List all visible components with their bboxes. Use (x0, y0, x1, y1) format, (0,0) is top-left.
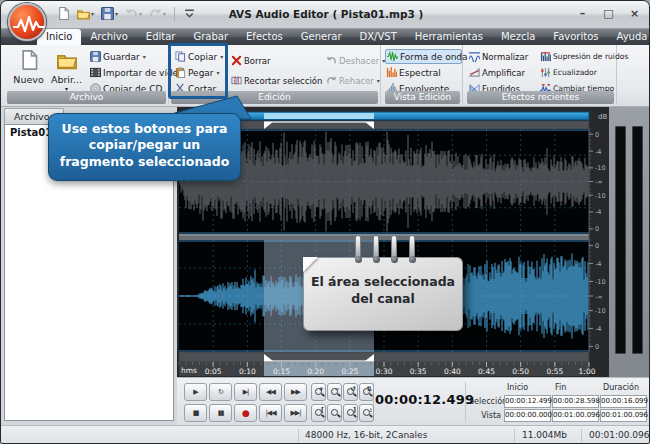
minimize-button[interactable]: – (574, 7, 591, 22)
tab-dx-vst[interactable]: DX/VST (351, 29, 406, 45)
svg-text:0: 0 (595, 131, 599, 139)
position-table: InicioFinDuraciónSelección00:00:12.49900… (469, 381, 647, 422)
button-amplificar[interactable]: Amplificar (468, 65, 538, 80)
zoom-selection-end-button[interactable]: ] (343, 404, 358, 422)
svg-text:0: 0 (595, 242, 599, 250)
zoom-vertical-out-button[interactable]: : (359, 404, 374, 422)
open-folder-icon (77, 7, 90, 20)
fast-forward-button[interactable]: ▶▶ (284, 383, 307, 401)
position-header-duraci-n: Duración (600, 383, 647, 392)
svg-text:-10: -10 (595, 164, 606, 172)
copy-paste-highlight-box (168, 43, 228, 99)
ribbon-group-efectos-recientes: NormalizarAmplificarFundidosSupresión de… (465, 45, 617, 105)
tab-generar[interactable]: Generar (292, 29, 351, 45)
title-bar: AVS Audio Editor ( Pista01.mp3 ) –□× ▾▾▾… (1, 1, 650, 29)
button-forma-de-onda[interactable]: Forma de onda (385, 49, 462, 64)
svg-text:1:00: 1:00 (579, 367, 596, 376)
save-icon (101, 7, 114, 20)
button-espectral[interactable]: Espectral (385, 65, 462, 80)
rewind-button[interactable]: ◀◀ (259, 383, 282, 401)
position-value-field[interactable]: 00:01:00.096 (600, 409, 647, 422)
position-value-field[interactable]: 00:00:28.598 (552, 395, 599, 408)
qat-undo-button[interactable]: ▾ (123, 6, 144, 21)
normalize-icon (469, 51, 480, 62)
close-button[interactable]: × (626, 7, 643, 22)
ribbon: NuevoAbrir...▾Guardar▾Importar de vídeoC… (1, 45, 650, 107)
position-value-field[interactable]: 00:01:00.096 (552, 409, 599, 422)
trim-icon (231, 75, 242, 86)
redo-icon (326, 75, 337, 86)
play-looped-button[interactable]: ↻ (209, 383, 232, 401)
current-time-display: 00:00:12.499 (375, 392, 465, 407)
zoom-normal-button[interactable] (327, 404, 342, 422)
tab-favoritos[interactable]: Favoritos (544, 29, 607, 45)
button-importar-de-v-deo[interactable]: Importar de vídeo (89, 65, 168, 80)
qat-redo-button[interactable]: ▾ (147, 6, 168, 21)
status-total-length: 00:01:00.096 (589, 430, 649, 440)
record-button[interactable]: ● (234, 404, 257, 422)
position-value-field[interactable]: 00:00:12.499 (504, 395, 551, 408)
redo-icon (149, 7, 162, 20)
noise-reduction-icon (540, 51, 551, 62)
zoom-out-button[interactable]: − (327, 383, 342, 401)
button-abrir-[interactable]: Abrir...▾ (48, 47, 85, 91)
ribbon-group-label: Vista Edición (385, 91, 460, 104)
position-value-field[interactable]: 00:00:16.099 (600, 395, 647, 408)
button-supresi-n-de-ruidos[interactable]: Supresión de ruidos (539, 49, 616, 64)
svg-text:-10: -10 (595, 278, 606, 286)
button-normalizar[interactable]: Normalizar (468, 49, 538, 64)
button-nuevo[interactable]: Nuevo (10, 47, 47, 91)
svg-text:-10: -10 (595, 192, 606, 200)
button-ecualizador[interactable]: Ecualizador (539, 65, 616, 80)
position-row-label: Selección (469, 397, 503, 406)
maximize-button[interactable]: □ (600, 7, 617, 22)
position-value-field[interactable]: 00:00:00.000 (504, 409, 551, 422)
play-button[interactable]: ▶ (184, 383, 207, 401)
new-file-icon (19, 50, 39, 70)
svg-text:0:55: 0:55 (546, 367, 563, 376)
qat-save-button[interactable]: ▾ (99, 6, 120, 21)
window-controls: –□× (574, 7, 643, 22)
button-recortar-selecci-n[interactable]: Recortar selección (230, 73, 322, 88)
app-window: AVS Audio Editor ( Pista01.mp3 ) –□× ▾▾▾… (0, 0, 650, 444)
qat-customize-toolbar-button[interactable] (181, 6, 198, 21)
selected-area-note: El área seleccionadadel canal (303, 257, 463, 331)
button-borrar[interactable]: Borrar (230, 53, 322, 68)
button-rehacer[interactable]: Rehacer▾ (325, 73, 380, 88)
svg-text:-4: -4 (595, 208, 601, 216)
play-to-end-button[interactable]: ▶| (234, 383, 257, 401)
note-pins (355, 235, 415, 261)
button-guardar[interactable]: Guardar▾ (89, 49, 168, 64)
spectral-icon (386, 67, 397, 78)
import-video-icon (90, 67, 101, 78)
app-logo-icon[interactable] (8, 3, 46, 41)
zoom-vertical-in-button[interactable]: ⇅ (359, 383, 374, 401)
stop-button[interactable]: ■ (184, 404, 207, 422)
level-meter-left (615, 126, 626, 354)
go-to-end-button[interactable]: ▶▶| (284, 404, 307, 422)
amplify-icon (469, 67, 480, 78)
svg-text:0:05: 0:05 (205, 367, 222, 376)
go-to-start-button[interactable]: |◀◀ (259, 404, 282, 422)
pause-button[interactable]: ▮▮ (209, 404, 232, 422)
svg-text:0: 0 (595, 225, 599, 233)
tab-efectos[interactable]: Efectos (237, 29, 292, 45)
svg-text:0:30: 0:30 (376, 367, 393, 376)
tab-mezcla[interactable]: Mezcla (492, 29, 544, 45)
svg-text:0:20: 0:20 (307, 367, 324, 376)
svg-text:-10: -10 (595, 307, 606, 315)
button-deshacer[interactable]: Deshacer▾ (325, 53, 380, 68)
ribbon-group-label: Efectos recientes (467, 91, 614, 104)
zoom-previous-button[interactable]: ↺ (343, 383, 358, 401)
tab-archivo[interactable]: Archivo (81, 29, 136, 45)
tab-ayuda[interactable]: Ayuda (607, 29, 650, 45)
zoom-selection-start-button[interactable]: [ (311, 404, 326, 422)
undo-icon (125, 7, 138, 20)
zoom-in-button[interactable]: + (311, 383, 326, 401)
svg-text:0:25: 0:25 (341, 367, 358, 376)
qat-new-file-button[interactable] (55, 6, 72, 21)
qat-open-button[interactable]: ▾ (75, 6, 96, 21)
quick-access-toolbar: ▾▾▾▾ (55, 6, 198, 21)
tab-herramientas[interactable]: Herramientas (406, 29, 492, 45)
new-file-icon (57, 7, 70, 20)
